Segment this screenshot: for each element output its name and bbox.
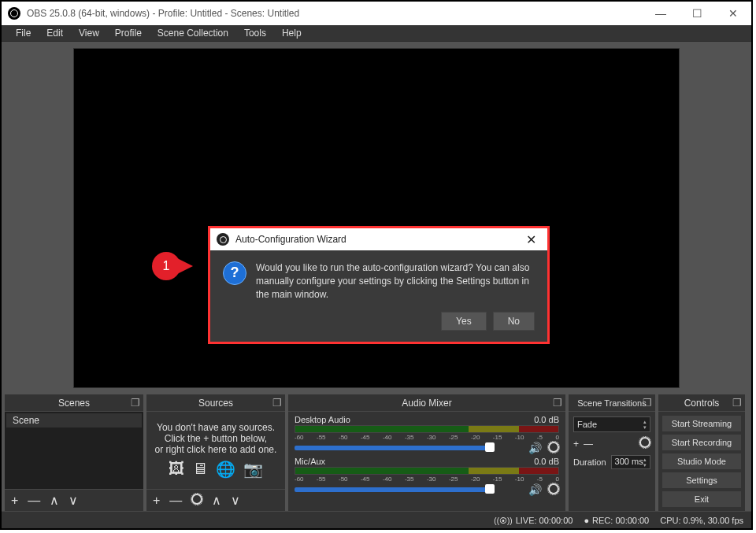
controls-popout-icon[interactable]: ❐ [732,397,742,409]
browser-source-icon: 🌐 [216,460,235,479]
audio-mixer-dock: Audio Mixer ❐ Desktop Audio 0.0 dB -60-5… [288,394,565,511]
start-recording-button[interactable]: Start Recording [662,434,742,451]
meter-ticks: -60-55-50-45-40-35-30-25-20-15-10-50 [295,476,559,483]
annotation-number: 1 [152,252,180,280]
live-status: LIVE: 00:00:00 [494,516,573,525]
add-source-button[interactable]: + [153,494,160,508]
sources-empty[interactable]: You don't have any sources. Click the + … [146,412,285,489]
dialog-titlebar: Auto-Configuration Wizard ✕ [210,228,547,250]
mixer-channel: Desktop Audio 0.0 dB -60-55-50-45-40-35-… [295,415,559,454]
mixer-header: Audio Mixer ❐ [288,394,565,412]
channel-level: 0.0 dB [534,457,559,466]
menu-tools[interactable]: Tools [236,26,274,40]
yes-button[interactable]: Yes [441,312,487,331]
sources-dock: Sources ❐ You don't have any sources. Cl… [146,394,285,511]
scenes-header: Scenes ❐ [5,394,143,412]
dialog-title: Auto-Configuration Wizard [235,234,346,245]
image-source-icon: 🖼 [169,460,184,479]
scene-item[interactable]: Scene [6,413,142,428]
scenes-dock: Scenes ❐ Scene + — ∧ ∨ [5,394,143,511]
source-settings-button[interactable] [191,494,202,508]
channel-settings-icon[interactable] [548,483,559,496]
menu-view[interactable]: View [71,26,107,40]
sources-toolbar: + — ∧ ∨ [146,489,285,511]
window-titlebar: OBS 25.0.8 (64-bit, windows) - Profile: … [2,2,751,25]
remove-source-button[interactable]: — [169,494,182,508]
obs-logo-icon [217,233,229,246]
transition-select[interactable]: Fade ▴▾ [573,416,650,432]
scene-up-button[interactable]: ∧ [50,493,59,508]
cpu-status: CPU: 0.9%, 30.00 fps [660,516,743,525]
studio-mode-button[interactable]: Studio Mode [662,453,742,470]
volume-slider[interactable] [295,446,491,450]
add-scene-button[interactable]: + [11,494,18,508]
settings-button[interactable]: Settings [662,472,742,489]
transitions-header: Scene Transitions ❐ [569,394,655,412]
dialog-message: Would you like to run the auto-configura… [256,261,535,301]
menu-edit[interactable]: Edit [39,26,71,40]
status-bar: LIVE: 00:00:00 REC: 00:00:00 CPU: 0.9%, … [2,511,751,528]
menu-help[interactable]: Help [274,26,309,40]
question-icon: ? [223,261,246,285]
transitions-dock: Scene Transitions ❐ Fade ▴▾ + — Duration… [569,394,655,511]
volume-meter [295,467,559,475]
duration-label: Duration [573,457,606,467]
controls-header: Controls ❐ [658,394,745,412]
display-source-icon: 🖥 [192,460,208,479]
channel-level: 0.0 dB [534,415,559,424]
window-title: OBS 25.0.8 (64-bit, windows) - Profile: … [27,8,643,19]
menu-bar: File Edit View Profile Scene Collection … [2,25,751,43]
add-transition-button[interactable]: + [573,439,579,450]
no-button[interactable]: No [493,312,535,331]
sources-popout-icon[interactable]: ❐ [272,397,282,409]
speaker-icon[interactable] [528,483,542,496]
bottom-docks: Scenes ❐ Scene + — ∧ ∨ Sources ❐ You don… [2,394,751,511]
duration-spinner[interactable]: 300 ms ▴▾ [611,455,650,469]
annotation-callout: 1 [152,252,195,280]
maximize-button[interactable]: ☐ [679,2,715,25]
remove-scene-button[interactable]: — [28,494,40,508]
dialog-close-button[interactable]: ✕ [514,228,547,250]
mixer-channel: Mic/Aux 0.0 dB -60-55-50-45-40-35-30-25-… [295,457,559,496]
exit-button[interactable]: Exit [662,490,742,508]
scenes-toolbar: + — ∧ ∨ [5,489,143,511]
scene-down-button[interactable]: ∨ [69,493,78,508]
speaker-icon[interactable] [528,442,542,454]
scenes-popout-icon[interactable]: ❐ [131,397,140,409]
camera-source-icon: 📷 [243,460,263,479]
obs-logo-icon [8,7,20,20]
menu-scene-collection[interactable]: Scene Collection [150,26,236,40]
spinner-arrows-icon: ▴▾ [643,457,647,468]
sources-header: Sources ❐ [146,394,285,412]
rec-status: REC: 00:00:00 [584,516,649,525]
source-up-button[interactable]: ∧ [212,493,221,508]
channel-name: Desktop Audio [295,415,350,424]
scenes-list[interactable]: Scene [5,412,143,489]
close-button[interactable]: ✕ [715,2,751,25]
meter-ticks: -60-55-50-45-40-35-30-25-20-15-10-50 [295,434,559,441]
mixer-popout-icon[interactable]: ❐ [553,397,562,409]
channel-settings-icon[interactable] [548,442,559,454]
channel-name: Mic/Aux [295,457,325,466]
menu-profile[interactable]: Profile [107,26,150,40]
start-streaming-button[interactable]: Start Streaming [662,415,742,432]
menu-file[interactable]: File [8,26,39,40]
volume-meter [295,425,559,433]
minimize-button[interactable]: — [643,2,679,25]
source-down-button[interactable]: ∨ [231,493,240,508]
volume-slider[interactable] [295,487,491,492]
remove-transition-button[interactable]: — [584,439,593,450]
transitions-popout-icon[interactable]: ❐ [643,397,652,409]
controls-dock: Controls ❐ Start Streaming Start Recordi… [658,394,745,511]
combo-arrows-icon: ▴▾ [643,419,647,430]
transition-settings-icon[interactable] [639,437,650,450]
auto-config-dialog: Auto-Configuration Wizard ✕ ? Would you … [208,226,550,344]
